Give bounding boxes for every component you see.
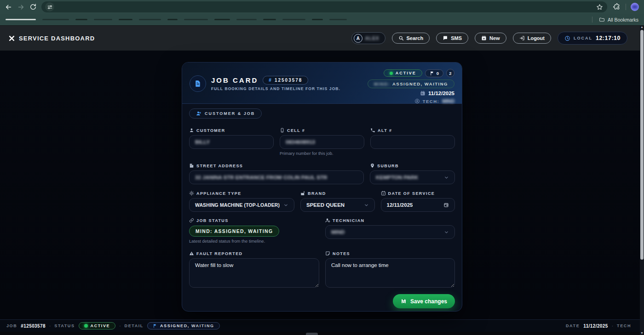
bookmark-item[interactable] [184, 19, 208, 20]
bookmark-item[interactable] [94, 19, 112, 20]
status-bar: JOB #12503578 · STATUS ACTIVE · DETAIL A… [0, 319, 644, 332]
counter-badge[interactable]: 2 [446, 69, 454, 77]
scroll-down-arrow[interactable]: ▼ [640, 331, 644, 335]
tune-icon[interactable] [45, 2, 54, 11]
technician-select[interactable]: MIND [325, 225, 455, 239]
technician-label-text: TECHNICIAN [333, 218, 365, 223]
calendar-icon [420, 91, 426, 96]
service-date-input[interactable]: 12/11/2025 [381, 198, 455, 212]
bookmark-item[interactable] [42, 19, 69, 20]
profile-avatar[interactable] [631, 3, 639, 11]
bookmark-item[interactable] [263, 19, 276, 20]
note-icon [325, 251, 330, 256]
bookmark-item[interactable] [282, 19, 305, 20]
scroll-up-arrow[interactable]: ▲ [640, 25, 644, 29]
save-changes-button[interactable]: Save changes [393, 294, 455, 308]
mobile-icon [280, 128, 285, 133]
all-bookmarks-label: All Bookmarks [608, 17, 638, 23]
calendar-plus-icon [481, 35, 487, 41]
all-bookmarks-button[interactable]: All Bookmarks [592, 17, 638, 23]
bookmark-item[interactable] [139, 19, 161, 20]
fault-label-text: FAULT REPORTED [196, 251, 242, 256]
active-status-badge: ACTIVE [384, 69, 422, 77]
bookmark-item[interactable] [75, 19, 87, 20]
hash-icon: # [269, 78, 272, 83]
green-dot-icon [390, 72, 393, 75]
warning-icon [189, 251, 194, 256]
job-status-label-text: JOB STATUS [196, 218, 229, 223]
bookmark-item[interactable] [167, 19, 178, 20]
date-picker-icon[interactable] [443, 202, 449, 208]
notes-label: NOTES [325, 251, 455, 256]
user-pill[interactable]: A ALEX [351, 32, 385, 44]
bookmark-item[interactable] [6, 19, 36, 20]
tech-label: TECH: [423, 99, 440, 104]
flag-count-badge[interactable]: 0 [425, 69, 443, 77]
address-bar[interactable] [41, 1, 607, 12]
new-button[interactable]: New [475, 33, 506, 44]
suburb-select[interactable]: KEMPTON PARK [370, 170, 455, 184]
logout-button[interactable]: Logout [513, 33, 551, 44]
tech-name: MIND [442, 98, 454, 104]
bookmark-item[interactable] [329, 19, 347, 20]
calendar-check-icon [381, 191, 386, 196]
notes-textarea[interactable]: Call now to arrange time [325, 258, 455, 288]
forward-icon[interactable] [17, 3, 25, 11]
cell-label: CELL # [280, 128, 364, 133]
suburb-value: KEMPTON PARK [376, 175, 418, 180]
page-content: JOB CARD # 12503578 FULL BOOKING DETAILS… [0, 51, 644, 319]
save-label: Save changes [410, 298, 447, 305]
alt-label: ALT # [370, 128, 455, 133]
separator: · [119, 324, 121, 329]
divider [592, 17, 592, 23]
back-icon[interactable] [5, 3, 12, 11]
resize-handle [306, 333, 318, 335]
bookmark-item[interactable] [312, 19, 323, 20]
footer-tech-label: TECH [617, 324, 631, 328]
bookmark-item[interactable] [214, 19, 230, 20]
bookmark-star-icon[interactable] [595, 3, 604, 11]
scrollbar-thumb[interactable] [640, 30, 644, 260]
browser-toolbar [0, 0, 644, 14]
sms-button[interactable]: SMS [436, 33, 468, 44]
footer-date-value: 11/12/2025 [583, 324, 608, 329]
user-add-icon [196, 111, 201, 116]
technician-value: MIND [331, 229, 345, 235]
logout-label: Logout [528, 35, 545, 41]
bookmark-item[interactable] [119, 19, 132, 20]
cell-helper: Primary number for this job. [280, 151, 364, 156]
appliance-select[interactable]: WASHING MACHINE (TOP-LOADER) [189, 198, 294, 212]
brand-x-icon [8, 35, 15, 42]
brand-select[interactable]: SPEED QUEEN [300, 198, 374, 212]
user-name: ALEX [365, 36, 380, 41]
technician-label: TECHNICIAN [325, 218, 455, 223]
link-icon [189, 218, 194, 223]
clock-icon [564, 35, 570, 41]
extensions-icon[interactable] [613, 3, 621, 11]
alt-input[interactable] [370, 135, 455, 149]
reload-icon[interactable] [29, 3, 37, 11]
card-title: JOB CARD [211, 76, 258, 84]
search-button[interactable]: Search [392, 33, 430, 44]
street-label: STREET ADDRESS [189, 163, 364, 168]
folder-icon [599, 17, 605, 23]
job-date: 11/12/2025 [420, 91, 454, 96]
service-date-value: 12/11/2025 [387, 202, 413, 208]
cell-label-text: CELL # [287, 128, 305, 133]
browser-window: All Bookmarks SERVICE DASHBOARD A ALEX S… [0, 0, 644, 335]
bookmark-item[interactable] [236, 19, 257, 20]
footer-date-label: DATE [566, 324, 580, 328]
chevron-down-icon [444, 230, 449, 235]
fault-textarea[interactable]: Water fill to slow [189, 258, 319, 288]
status-prefix: MIND: [374, 81, 390, 86]
chevron-down-icon [364, 203, 369, 208]
app-title: SERVICE DASHBOARD [19, 35, 95, 42]
customer-input[interactable]: BILLY [189, 135, 274, 149]
clock-label: LOCAL [574, 36, 592, 40]
cell-input[interactable]: 0834608913 [280, 135, 364, 149]
bottom-strip [0, 332, 644, 335]
alt-label-text: ALT # [378, 128, 392, 133]
fault-label: FAULT REPORTED [189, 251, 319, 256]
user-avatar: A [354, 34, 362, 43]
street-input[interactable]: 32 JANINA STR ENTRANCE FROM COLIN PAUL S… [189, 170, 364, 184]
